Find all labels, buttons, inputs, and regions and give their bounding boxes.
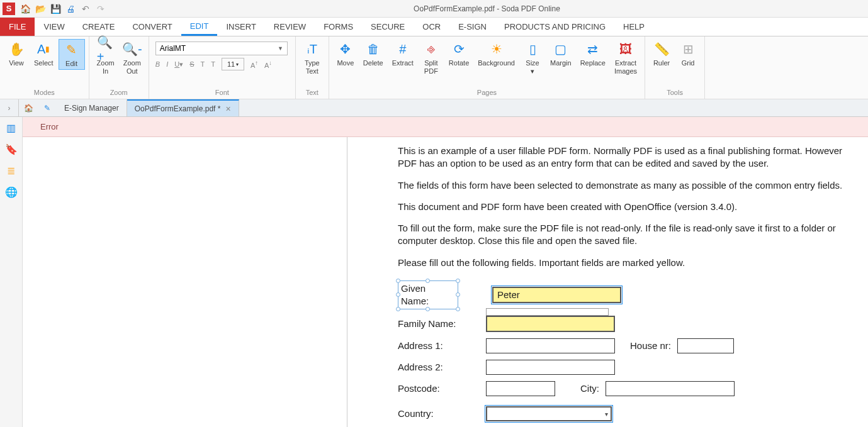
- window-title: OoPdfFormExample.pdf - Soda PDF Online: [108, 4, 865, 13]
- page-gutter: [23, 137, 347, 427]
- grid-button[interactable]: ⊞Grid: [675, 39, 701, 69]
- rotate-page-button[interactable]: ⟳Rotate: [445, 39, 473, 69]
- underline-button[interactable]: U▾: [174, 60, 183, 69]
- menu-create[interactable]: CREATE: [74, 18, 124, 36]
- address2-field[interactable]: [486, 360, 615, 375]
- rotate-icon: ⟳: [450, 40, 468, 58]
- zoom-in-button[interactable]: 🔍+Zoom In: [93, 39, 118, 76]
- menu-secure[interactable]: SECURE: [362, 18, 414, 36]
- page-size-icon: ▯: [524, 40, 541, 58]
- pdf-form: Given Name: Peter Family Name:: [398, 280, 855, 422]
- open-icon[interactable]: 📂: [34, 3, 47, 15]
- zoom-out-button[interactable]: 🔍-Zoom Out: [120, 39, 145, 76]
- trash-icon: 🗑: [364, 40, 382, 58]
- given-name-field[interactable]: Peter: [492, 287, 621, 303]
- country-label: Country:: [398, 408, 480, 420]
- bold-button[interactable]: B: [155, 60, 160, 68]
- menu-edit[interactable]: EDIT: [181, 18, 218, 36]
- family-name-field[interactable]: [486, 316, 615, 332]
- city-label: City:: [580, 382, 599, 395]
- tab-document[interactable]: OoPdfFormExample.pdf *×: [127, 99, 239, 116]
- extract-page-button[interactable]: #Extract: [388, 39, 417, 69]
- attachments-icon[interactable]: 🌐: [4, 185, 18, 199]
- menu-forms[interactable]: FORMS: [315, 18, 362, 36]
- title-bar: S 🏠 📂 💾 🖨 ↶ ↷ OoPdfFormExample.pdf - Sod…: [0, 0, 868, 18]
- chevron-down-icon: ▼: [278, 45, 283, 52]
- save-icon[interactable]: 💾: [49, 3, 62, 15]
- extract-icon: #: [394, 40, 412, 58]
- document-viewport[interactable]: This is an example of a user fillable PD…: [23, 137, 868, 427]
- ruler-button[interactable]: 📏Ruler: [649, 39, 674, 69]
- zoom-out-icon: 🔍-: [123, 40, 141, 58]
- edit-mode-button[interactable]: ✎Edit: [59, 39, 85, 70]
- menu-convert[interactable]: CONVERT: [123, 18, 181, 36]
- ribbon-group-font: ArialMT▼ B I U▾ S T T 11 ▾ A↑ A↓ Font: [149, 36, 296, 99]
- country-select[interactable]: ▾: [486, 406, 612, 421]
- replace-button[interactable]: ⇄Replace: [577, 39, 609, 69]
- ruler-icon: 📏: [653, 40, 670, 58]
- pencil-icon: ✎: [63, 41, 81, 58]
- subscript-button[interactable]: T: [211, 60, 215, 68]
- home-icon[interactable]: 🏠: [19, 3, 31, 15]
- postcode-field[interactable]: [486, 381, 555, 396]
- type-text-icon: ᵢT: [303, 40, 321, 58]
- main-area: ▥ 🔖 ≣ 🌐 Error This is an example of a us…: [0, 117, 868, 427]
- grow-font-button[interactable]: A↑: [251, 60, 258, 69]
- delete-page-button[interactable]: 🗑Delete: [359, 39, 387, 69]
- size-button[interactable]: ▯Size▾: [520, 39, 545, 76]
- undo-icon[interactable]: ↶: [79, 3, 92, 15]
- given-name-label-selected[interactable]: Given Name:: [398, 280, 458, 310]
- margin-button[interactable]: ▢Margin: [546, 39, 575, 69]
- layers-icon[interactable]: ≣: [4, 164, 18, 177]
- superscript-button[interactable]: T: [201, 60, 205, 68]
- menu-help[interactable]: HELP: [614, 18, 653, 36]
- margin-icon: ▢: [552, 40, 570, 58]
- strikethrough-button[interactable]: S: [189, 60, 194, 68]
- address1-label: Address 1:: [398, 340, 480, 352]
- menu-products[interactable]: PRODUCTS AND PRICING: [495, 18, 614, 36]
- view-mode-button[interactable]: ✋View: [4, 39, 29, 69]
- move-page-button[interactable]: ✥Move: [333, 39, 358, 69]
- italic-button[interactable]: I: [166, 60, 168, 68]
- redo-icon[interactable]: ↷: [94, 3, 107, 15]
- menu-review[interactable]: REVIEW: [265, 18, 315, 36]
- split-pdf-button[interactable]: ⎆Split PDF: [419, 39, 444, 76]
- menu-ocr[interactable]: OCR: [414, 18, 449, 36]
- type-text-button[interactable]: ᵢTType Text: [300, 39, 325, 76]
- city-field[interactable]: [606, 381, 735, 396]
- background-button[interactable]: ☀Background: [474, 39, 519, 69]
- collapse-panel-button[interactable]: ›: [0, 99, 19, 116]
- ribbon-group-pages: ✥Move 🗑Delete #Extract ⎆Split PDF ⟳Rotat…: [329, 36, 645, 99]
- select-mode-button[interactable]: A▮Select: [30, 39, 57, 69]
- close-tab-icon[interactable]: ×: [225, 104, 230, 114]
- group-label: Font: [153, 87, 291, 99]
- document-tabs: › 🏠 ✎ E-Sign Manager OoPdfFormExample.pd…: [0, 99, 868, 117]
- address2-label: Address 2:: [398, 361, 480, 374]
- font-family-select[interactable]: ArialMT▼: [155, 42, 288, 55]
- house-nr-field[interactable]: [677, 338, 734, 353]
- menu-esign[interactable]: E-SIGN: [449, 18, 495, 36]
- extract-images-button[interactable]: 🖼Extract Images: [611, 39, 641, 76]
- house-nr-label: House nr:: [630, 340, 671, 352]
- group-label: Text: [300, 87, 325, 99]
- extract-images-icon: 🖼: [617, 40, 634, 58]
- font-size-select[interactable]: 11 ▾: [222, 58, 244, 70]
- bookmarks-icon[interactable]: 🔖: [4, 142, 18, 156]
- menu-file[interactable]: FILE: [0, 18, 35, 36]
- home-tab-icon[interactable]: 🏠: [19, 99, 38, 116]
- menu-view[interactable]: VIEW: [35, 18, 73, 36]
- menu-insert[interactable]: INSERT: [217, 18, 264, 36]
- group-label: Zoom: [93, 87, 145, 99]
- address1-field[interactable]: [486, 338, 615, 353]
- postcode-label: Postcode:: [398, 382, 480, 395]
- move-icon: ✥: [337, 40, 354, 58]
- thumbnails-icon[interactable]: ▥: [4, 121, 18, 135]
- app-logo: S: [3, 3, 15, 15]
- print-icon[interactable]: 🖨: [64, 3, 77, 15]
- shrink-font-button[interactable]: A↓: [264, 60, 272, 69]
- error-banner: Error: [23, 117, 868, 137]
- esign-tab-icon[interactable]: ✎: [38, 99, 57, 116]
- tab-esign-manager[interactable]: E-Sign Manager: [57, 99, 127, 116]
- doc-paragraph: The fields of this form have been select…: [398, 179, 855, 192]
- background-icon: ☀: [488, 40, 505, 58]
